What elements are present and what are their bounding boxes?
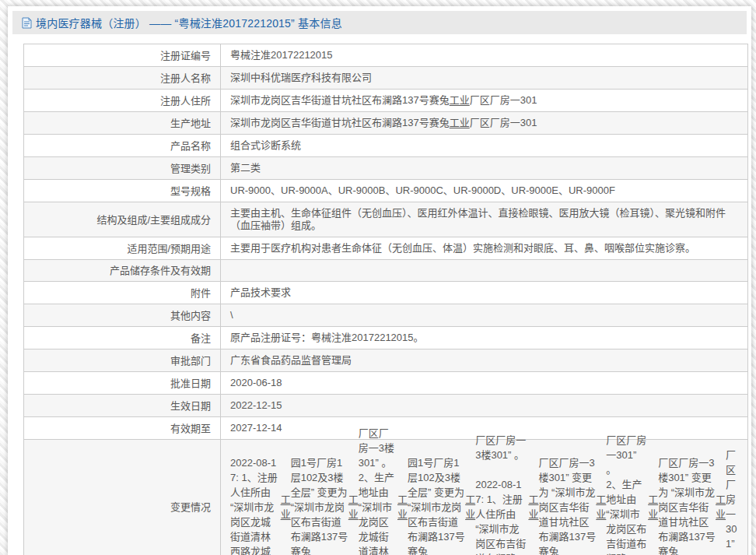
- row-label: 注册人名称: [24, 67, 221, 89]
- row-label: 适用范围/预期用途: [24, 237, 221, 259]
- row-value: 2022-12-15: [221, 395, 747, 416]
- row-value: 粤械注准20172212015: [221, 44, 747, 66]
- row-value: 2022-08-17: 1、注册人住所由 “深圳市龙岗区龙城街道清林西路龙城工业…: [221, 440, 747, 555]
- row-value: 主要用于医疗机构对患者生命体征（无创血压、体温）实施检测和对眼底、耳、鼻、咽喉部…: [221, 237, 747, 259]
- page-title: 境内医疗器械（注册） —— “粤械注准20172212015” 基本信息: [36, 15, 342, 30]
- table-row: 管理类别 第二类: [24, 157, 747, 180]
- row-value: 深圳市龙岗区吉华街道甘坑社区布澜路137号赛兔工业厂区厂房一301: [221, 112, 747, 134]
- table-row: 产品储存条件及有效期: [24, 260, 747, 282]
- row-label: 审批部门: [24, 350, 221, 371]
- row-label: 管理类别: [24, 157, 221, 179]
- table-row: 适用范围/预期用途 主要用于医疗机构对患者生命体征（无创血压、体温）实施检测和对…: [24, 237, 747, 260]
- table-row: 生产地址 深圳市龙岗区吉华街道甘坑社区布澜路137号赛兔工业厂区厂房一301: [24, 112, 747, 135]
- table-row: 产品名称 组合式诊断系统: [24, 135, 747, 157]
- table-row: 其他内容 \: [24, 304, 747, 327]
- row-label: 产品名称: [24, 135, 221, 156]
- row-value: UR-9000、UR-9000A、UR-9000B、UR-9000C、UR-90…: [221, 180, 747, 202]
- row-label: 注册证编号: [24, 44, 221, 66]
- row-value: 产品技术要求: [221, 282, 747, 304]
- row-value: 组合式诊断系统: [221, 135, 747, 156]
- table-row: 注册证编号 粤械注准20172212015: [24, 44, 747, 67]
- table-row: 批准日期 2020-06-18: [24, 372, 747, 395]
- table-row: 变更情况 2022-08-17: 1、注册人住所由 “深圳市龙岗区龙城街道清林西…: [24, 440, 747, 555]
- row-label: 结构及组成/主要组成成分: [24, 202, 221, 237]
- row-label: 批准日期: [24, 372, 221, 394]
- row-label: 有效期至: [24, 417, 221, 439]
- row-label: 生产地址: [24, 112, 221, 134]
- info-table: 注册证编号 粤械注准20172212015 注册人名称 深圳中科优瑞医疗科技有限…: [23, 44, 748, 555]
- row-label: 产品储存条件及有效期: [24, 260, 221, 281]
- row-label: 型号规格: [24, 180, 221, 202]
- table-row: 附件 产品技术要求: [24, 282, 747, 304]
- row-value: 深圳市龙岗区吉华街道甘坑社区布澜路137号赛兔工业厂区厂房一301: [221, 90, 747, 111]
- page-title-bar: 境内医疗器械（注册） —— “粤械注准20172212015” 基本信息: [12, 11, 747, 34]
- row-label: 其他内容: [24, 304, 221, 326]
- row-value: [221, 260, 747, 281]
- row-value: 深圳中科优瑞医疗科技有限公司: [221, 67, 747, 89]
- row-label: 注册人住所: [24, 90, 221, 111]
- table-row: 备注 原产品注册证号：粤械注准20172212015。: [24, 327, 747, 350]
- document-icon: [22, 17, 32, 29]
- row-value: \: [221, 304, 747, 326]
- row-value: 第二类: [221, 157, 747, 179]
- table-row: 型号规格 UR-9000、UR-9000A、UR-9000B、UR-9000C、…: [24, 180, 747, 202]
- row-value: 2020-06-18: [221, 372, 747, 394]
- row-value: 主要由主机、生命体征组件（无创血压）、医用红外体温计、直接检眼镜、医用放大镜（检…: [221, 202, 747, 237]
- row-value: 广东省食品药品监督管理局: [221, 350, 747, 371]
- row-value: 原产品注册证号：粤械注准20172212015。: [221, 327, 747, 349]
- row-label: 附件: [24, 282, 221, 304]
- row-label: 备注: [24, 327, 221, 349]
- table-row: 生效日期 2022-12-15: [24, 395, 747, 417]
- content-panel: 境内医疗器械（注册） —— “粤械注准20172212015” 基本信息 注册证…: [8, 6, 751, 555]
- row-label: 生效日期: [24, 395, 221, 416]
- table-row: 注册人名称 深圳中科优瑞医疗科技有限公司: [24, 67, 747, 90]
- row-label: 变更情况: [24, 440, 221, 555]
- table-row: 注册人住所 深圳市龙岗区吉华街道甘坑社区布澜路137号赛兔工业厂区厂房一301: [24, 90, 747, 112]
- table-row: 结构及组成/主要组成成分 主要由主机、生命体征组件（无创血压）、医用红外体温计、…: [24, 202, 747, 237]
- table-row: 审批部门 广东省食品药品监督管理局: [24, 350, 747, 372]
